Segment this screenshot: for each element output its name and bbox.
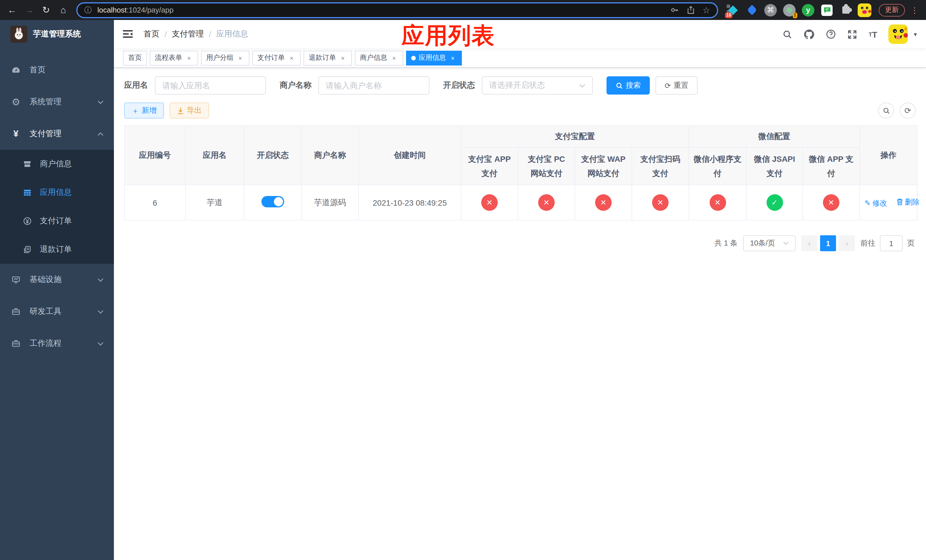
help-icon[interactable]: [826, 29, 836, 39]
extensions-puzzle-icon[interactable]: [839, 3, 853, 17]
pin-extension-icon[interactable]: 10: [726, 3, 740, 17]
delete-link[interactable]: 删除: [896, 197, 920, 207]
page-number-1[interactable]: 1: [820, 235, 836, 251]
refresh-icon: ⟳: [664, 82, 671, 89]
forward-icon[interactable]: →: [22, 3, 36, 17]
chat-extension-icon[interactable]: [820, 3, 834, 17]
browser-nav-buttons: ← → ↻ ⌂: [5, 3, 71, 17]
prev-page-button[interactable]: ‹: [801, 235, 817, 251]
close-icon[interactable]: ×: [236, 54, 244, 62]
sidebar-item-refund-order[interactable]: 退款订单: [0, 235, 114, 264]
merchant-name-label: 商户名称: [280, 80, 312, 91]
merchant-name-input[interactable]: [326, 81, 422, 90]
kite-extension-icon[interactable]: [745, 3, 758, 17]
tab-refund-order[interactable]: 退款订单×: [304, 50, 352, 65]
close-icon[interactable]: ×: [287, 54, 295, 62]
site-info-icon[interactable]: ⓘ: [84, 5, 92, 15]
page-size-select[interactable]: 10条/页: [743, 235, 796, 251]
sidebar-item-merchant-info[interactable]: 商户信息: [0, 150, 114, 178]
sidebar-item-app-info[interactable]: 应用信息: [0, 178, 114, 207]
close-icon[interactable]: ×: [390, 54, 398, 62]
tab-app-info[interactable]: 应用信息×: [406, 50, 462, 65]
y-extension-icon[interactable]: y: [801, 3, 815, 17]
browser-toolbar: ← → ↻ ⌂ ⓘ localhost:1024/pay/app ☆ 10: [0, 0, 926, 20]
home-icon[interactable]: ⌂: [56, 3, 71, 17]
status-select[interactable]: 请选择开启状态: [482, 76, 593, 95]
reload-icon[interactable]: ↻: [39, 3, 53, 17]
chevron-down-icon: [97, 310, 104, 313]
toolbox-icon: [11, 307, 21, 316]
profile-avatar-icon[interactable]: [858, 3, 872, 17]
share-icon[interactable]: [687, 6, 694, 14]
sidebar-item-infrastructure[interactable]: 基础设施: [0, 264, 114, 296]
avatar-caret-icon[interactable]: ▾: [914, 30, 917, 38]
recorder-extension-icon[interactable]: 1: [782, 3, 796, 17]
close-icon[interactable]: ×: [185, 54, 193, 62]
url-text: localhost:1024/pay/app: [97, 6, 173, 14]
sidebar-item-label: 首页: [30, 65, 45, 75]
reset-button[interactable]: ⟳ 重置: [655, 76, 698, 95]
dashboard-icon: [11, 65, 21, 75]
command-extension-icon[interactable]: ⌘: [764, 3, 777, 17]
col-header-wechat-jsapi: 微信 JSAPI 支付: [746, 147, 803, 185]
breadcrumb-payment[interactable]: 支付管理: [172, 29, 204, 39]
sidebar-item-payment[interactable]: ¥ 支付管理: [0, 118, 114, 150]
pin-extension-badge: 10: [725, 12, 732, 18]
chevron-up-icon: [97, 132, 104, 136]
app-logo[interactable]: 芋道管理系统: [0, 20, 114, 48]
tab-pay-order[interactable]: 支付订单×: [252, 50, 301, 65]
sidebar-item-label: 基础设施: [30, 275, 62, 285]
enable-toggle[interactable]: [262, 196, 284, 207]
toggle-search-button[interactable]: [878, 103, 894, 118]
status-select-placeholder: 请选择开启状态: [489, 80, 576, 91]
col-header-actions: 操作: [859, 126, 917, 185]
cell-alipay-qr-status: ✕: [632, 185, 689, 220]
tab-label: 应用信息: [419, 53, 446, 63]
export-button[interactable]: 导出: [170, 103, 209, 118]
add-button[interactable]: ＋ 新增: [124, 103, 164, 118]
export-button-label: 导出: [187, 105, 201, 116]
search-form: 应用名 商户名称 开启状态 请选择开启状态: [124, 76, 916, 95]
sidebar-item-dev-tools[interactable]: 研发工具: [0, 296, 114, 328]
password-key-icon[interactable]: [670, 6, 679, 14]
next-page-button[interactable]: ›: [839, 235, 855, 251]
tab-home[interactable]: 首页: [123, 50, 147, 65]
sidebar-menu: 首页 ⚙ 系统管理 ¥ 支付管理 商户信: [0, 54, 114, 359]
sidebar-item-workflow[interactable]: 工作流程: [0, 328, 114, 359]
tab-label: 退款订单: [309, 53, 336, 63]
search-icon[interactable]: [782, 29, 792, 39]
search-button[interactable]: 搜索: [607, 76, 650, 95]
tab-process-form[interactable]: 流程表单×: [150, 50, 198, 65]
table-toolbar: ＋ 新增 导出 ⟳: [124, 103, 916, 118]
sidebar-item-system[interactable]: ⚙ 系统管理: [0, 86, 114, 118]
bookmark-star-icon[interactable]: ☆: [702, 6, 710, 14]
tab-merchant-info[interactable]: 商户信息×: [355, 50, 403, 65]
sidebar-collapse-icon[interactable]: [123, 30, 133, 39]
font-size-icon[interactable]: TT: [869, 29, 877, 39]
status-cross-icon: ✕: [538, 194, 555, 211]
github-icon[interactable]: [803, 29, 814, 39]
cell-wechat-mini-status: ✕: [689, 185, 746, 220]
address-bar[interactable]: ⓘ localhost:1024/pay/app ☆: [76, 2, 718, 18]
browser-update-button[interactable]: 更新: [879, 4, 905, 16]
edit-link[interactable]: ✎修改: [864, 198, 887, 208]
sidebar-item-label: 工作流程: [30, 338, 62, 349]
url-host: localhost: [97, 6, 127, 14]
breadcrumb-home[interactable]: 首页: [144, 29, 159, 39]
status-cross-icon: ✕: [709, 194, 726, 211]
sidebar-item-pay-order[interactable]: 支付订单: [0, 207, 114, 235]
tab-user-group[interactable]: 用户分组×: [201, 50, 250, 65]
sidebar-item-home[interactable]: 首页: [0, 54, 114, 86]
goto-page-input[interactable]: [880, 235, 903, 251]
tab-label: 商户信息: [360, 53, 387, 63]
app-name-input[interactable]: [162, 81, 259, 90]
fullscreen-icon[interactable]: [847, 29, 857, 39]
user-avatar[interactable]: [889, 24, 908, 44]
close-icon[interactable]: ×: [449, 54, 457, 62]
back-icon[interactable]: ←: [5, 3, 20, 17]
browser-menu-icon[interactable]: ⋮: [910, 5, 919, 15]
refresh-table-button[interactable]: ⟳: [900, 103, 916, 118]
close-icon[interactable]: ×: [339, 54, 347, 62]
goto-label: 前往: [861, 238, 875, 248]
reset-button-label: 重置: [674, 80, 688, 91]
